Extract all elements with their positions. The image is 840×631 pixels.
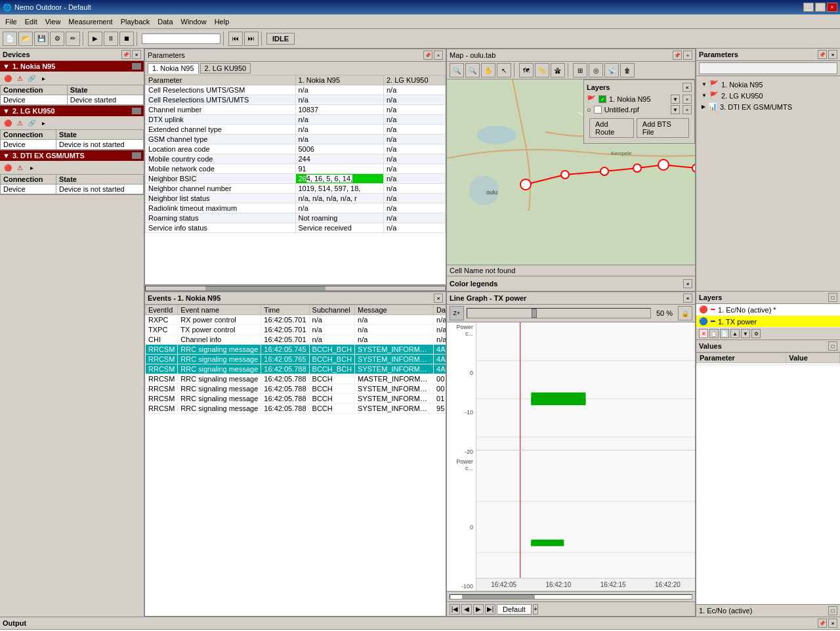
event-row-8[interactable]: RRCSMRRC signaling message16:42:05.788BC… bbox=[146, 394, 446, 404]
toolbar-forward[interactable]: ⏭ bbox=[244, 32, 259, 46]
dti-error-icon: 🔴 bbox=[3, 162, 13, 173]
toolbar-tool1[interactable]: ✏ bbox=[66, 32, 80, 46]
map-fit[interactable]: ⊞ bbox=[573, 63, 587, 77]
map-layer-nokia-remove[interactable]: × bbox=[682, 95, 692, 104]
events-close[interactable]: × bbox=[434, 294, 443, 303]
graph-tab-plus[interactable]: + bbox=[533, 604, 538, 615]
event-row-5[interactable]: RRCSMRRC signaling message16:42:05.788BC… bbox=[146, 364, 446, 374]
event-row-2[interactable]: CHIChannel info16:42:05.701n/an/an/an/a bbox=[146, 335, 446, 345]
menu-file[interactable]: File bbox=[1, 16, 21, 27]
event-cell-0-4: n/a bbox=[355, 315, 434, 325]
graph-zoom-in-btn[interactable]: Z+ bbox=[450, 306, 464, 320]
graph-lock-btn[interactable]: 🔒 bbox=[678, 306, 692, 320]
map-layer-rpf-settings[interactable]: ▼ bbox=[671, 105, 680, 114]
event-row-4[interactable]: RRCSMRRC signaling message16:42:05.765BC… bbox=[146, 355, 446, 364]
map-layer-rpf-remove[interactable]: × bbox=[682, 105, 692, 114]
map-route[interactable]: 🛣 bbox=[551, 63, 565, 77]
toolbar-pause[interactable]: ⏸ bbox=[104, 32, 118, 46]
layer-tb-red[interactable]: ✕ bbox=[699, 329, 708, 338]
param-lg-11: n/a bbox=[383, 194, 445, 204]
toolbar-rewind[interactable]: ⏮ bbox=[228, 32, 243, 46]
menu-data[interactable]: Data bbox=[154, 16, 177, 27]
close-button[interactable]: × bbox=[827, 3, 837, 12]
params-right-close[interactable]: × bbox=[828, 50, 837, 59]
menu-help[interactable]: Help bbox=[211, 16, 234, 27]
menu-playback[interactable]: Playback bbox=[117, 16, 154, 27]
event-row-0[interactable]: RXPCRX power control16:42:05.701n/an/an/… bbox=[146, 315, 446, 325]
map-layer-nokia-check[interactable]: ✓ bbox=[598, 95, 606, 103]
device-nokia-expand[interactable]: ▼ bbox=[3, 62, 10, 70]
graph-nav-end[interactable]: ▶| bbox=[485, 604, 495, 615]
device-lg-expand[interactable]: ▼ bbox=[3, 107, 10, 115]
menu-view[interactable]: View bbox=[41, 16, 65, 27]
map-layers-close[interactable]: × bbox=[682, 83, 692, 92]
params-tab-lg[interactable]: 2. LG KU950 bbox=[200, 63, 251, 74]
event-row-1[interactable]: TXPCTX power control16:42:05.701n/an/an/… bbox=[146, 325, 446, 335]
map-delete[interactable]: 🗑 bbox=[620, 63, 635, 77]
graph-close[interactable]: × bbox=[683, 294, 692, 303]
toolbar-settings[interactable]: ⚙ bbox=[50, 32, 64, 46]
devices-pin[interactable]: 📌 bbox=[121, 50, 131, 59]
maximize-button[interactable]: □ bbox=[815, 3, 826, 12]
toolbar-open[interactable]: 📂 bbox=[18, 32, 33, 46]
map-zoom-in[interactable]: 🔍 bbox=[450, 63, 464, 77]
graph-nav-next[interactable]: ▶ bbox=[473, 604, 484, 615]
event-row-6[interactable]: RRCSMRRC signaling message16:42:05.788BC… bbox=[146, 374, 446, 384]
graph-scrollbar[interactable] bbox=[447, 591, 695, 601]
map-content[interactable]: oulu Kempele Layers × 🚩 ✓ 1. Nokia N95 bbox=[447, 79, 695, 265]
right-footer-btn[interactable]: □ bbox=[828, 606, 837, 615]
map-pin[interactable]: 📌 bbox=[673, 51, 682, 60]
params-tab-nokia[interactable]: 1. Nokia N95 bbox=[148, 63, 199, 74]
toolbar-save[interactable]: 💾 bbox=[34, 32, 49, 46]
graph-default-tab[interactable]: Default bbox=[497, 604, 532, 615]
values-expand[interactable]: □ bbox=[828, 341, 837, 351]
minimize-button[interactable]: _ bbox=[803, 3, 814, 12]
map-layers-btn[interactable]: 🗺 bbox=[519, 63, 534, 77]
add-route-button[interactable]: Add Route bbox=[589, 118, 634, 138]
params-pin[interactable]: 📌 bbox=[423, 51, 432, 60]
graph-nav-prev[interactable]: ◀ bbox=[461, 604, 472, 615]
color-legends-close[interactable]: × bbox=[683, 279, 692, 288]
event-row-3[interactable]: RRCSMRRC signaling message16:42:05.745BC… bbox=[146, 345, 446, 355]
graph-slider[interactable] bbox=[467, 308, 651, 318]
event-row-7[interactable]: RRCSMRRC signaling message16:42:05.788BC… bbox=[146, 384, 446, 394]
output-close[interactable]: × bbox=[828, 619, 837, 628]
event-row-9[interactable]: RRCSMRRC signaling message16:42:05.788BC… bbox=[146, 404, 446, 414]
map-close[interactable]: × bbox=[683, 51, 692, 60]
add-bts-button[interactable]: Add BTS File bbox=[637, 118, 689, 138]
param-nokia-0: n/a bbox=[295, 85, 383, 95]
menu-window[interactable]: Window bbox=[177, 16, 211, 27]
layer-tb-settings[interactable]: ⚙ bbox=[751, 329, 761, 338]
map-zoom-out[interactable]: 🔍 bbox=[465, 63, 480, 77]
toolbar-play[interactable]: ▶ bbox=[88, 32, 102, 46]
tree-lg[interactable]: ▼ 🚩 2. LG KU950 bbox=[699, 90, 837, 101]
menu-measurement[interactable]: Measurement bbox=[64, 16, 116, 27]
map-center[interactable]: ◎ bbox=[589, 63, 603, 77]
layer-tb-paste[interactable]: 📄 bbox=[720, 329, 729, 338]
map-pan[interactable]: ✋ bbox=[481, 63, 495, 77]
params-right-pin[interactable]: 📌 bbox=[818, 50, 827, 59]
graph-nav-start[interactable]: |◀ bbox=[450, 604, 460, 615]
layer-tb-copy[interactable]: 📋 bbox=[709, 329, 719, 338]
devices-close[interactable]: × bbox=[132, 50, 141, 59]
params-search-input[interactable] bbox=[699, 62, 837, 74]
output-pin[interactable]: 📌 bbox=[818, 619, 827, 628]
params-scrollbar[interactable] bbox=[145, 286, 446, 291]
toolbar-stop[interactable]: ⏹ bbox=[119, 32, 134, 46]
graph-layers-expand[interactable]: □ bbox=[828, 293, 837, 302]
toolbar-new[interactable]: 📄 bbox=[3, 32, 17, 46]
menu-edit[interactable]: Edit bbox=[21, 16, 41, 27]
map-bts[interactable]: 📡 bbox=[604, 63, 619, 77]
layer-tb-up[interactable]: ▲ bbox=[730, 329, 740, 338]
device-dti-expand[interactable]: ▼ bbox=[3, 152, 10, 160]
tree-dti[interactable]: ▶ 📊 3. DTI EX GSM/UMTS bbox=[699, 101, 837, 112]
map-layer-nokia-settings[interactable]: ▼ bbox=[671, 95, 680, 104]
layer-tb-down[interactable]: ▼ bbox=[741, 329, 750, 338]
params-close[interactable]: × bbox=[434, 51, 443, 60]
graph-time-axis: 16:42:05 16:42:10 16:42:15 16:42:20 bbox=[476, 578, 695, 591]
map-select[interactable]: ↖ bbox=[497, 63, 511, 77]
tree-nokia[interactable]: ▼ 🚩 1. Nokia N95 bbox=[699, 79, 837, 90]
map-measure[interactable]: 📏 bbox=[535, 63, 549, 77]
map-layer-rpf-check[interactable] bbox=[594, 106, 602, 114]
col-connection: Connection bbox=[1, 85, 68, 95]
